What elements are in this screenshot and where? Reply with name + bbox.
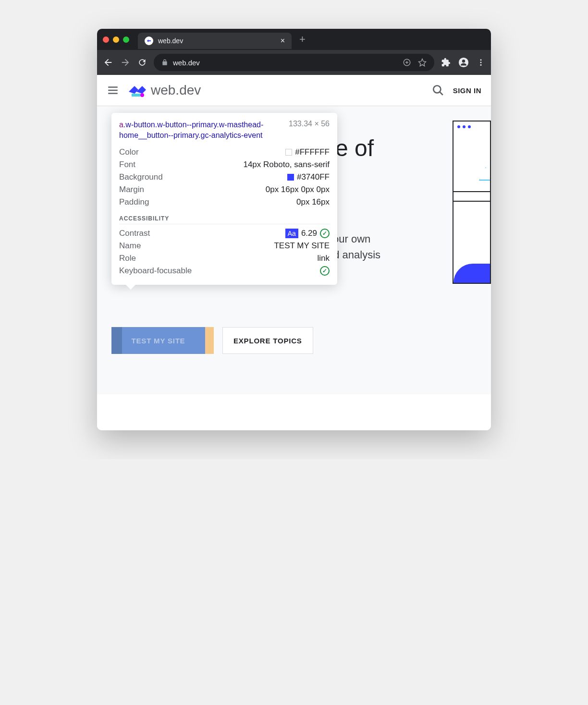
cta-row: TEST MY SITE EXPLORE TOPICS	[111, 327, 313, 354]
devtools-inspect-tooltip: a.w-button.w-button--primary.w-masthead-…	[111, 113, 337, 285]
tt-color-label: Color	[119, 147, 139, 157]
tt-name-label: Name	[119, 241, 141, 251]
hero-illustration	[453, 121, 491, 284]
new-tab-button[interactable]: +	[299, 33, 306, 46]
window-min-dot[interactable]	[113, 36, 119, 43]
browser-window: web.dev × + web.dev	[97, 29, 491, 430]
extensions-icon[interactable]	[441, 58, 451, 67]
tt-bg-label: Background	[119, 172, 163, 182]
lock-icon	[161, 59, 168, 66]
tooltip-class: .w-button.w-button--primary.w-masthead-h…	[119, 121, 263, 139]
svg-point-3	[480, 59, 482, 61]
check-icon: ✓	[320, 229, 330, 238]
tooltip-dimensions: 133.34 × 56	[289, 120, 330, 128]
svg-point-2	[462, 60, 465, 62]
tabstrip: web.dev × +	[97, 29, 491, 50]
tt-color-value: #FFFFFF	[295, 147, 330, 157]
tt-font-label: Font	[119, 160, 135, 170]
traffic-lights	[103, 36, 129, 43]
svg-point-4	[480, 62, 482, 63]
tab-title: web.dev	[158, 37, 276, 45]
test-my-site-button[interactable]: TEST MY SITE	[111, 327, 205, 354]
tt-role-label: Role	[119, 254, 136, 263]
tt-bg-value: #3740FF	[297, 172, 330, 182]
star-icon[interactable]	[418, 58, 427, 67]
hamburger-icon[interactable]	[107, 84, 119, 97]
svg-point-7	[140, 93, 144, 97]
page-content: web.dev SIGN IN re of your own nd analys…	[97, 75, 491, 430]
color-swatch-white	[285, 149, 292, 156]
favicon-icon	[145, 36, 153, 45]
window-close-dot[interactable]	[103, 36, 109, 43]
tt-font-value: 14px Roboto, sans-serif	[243, 160, 330, 170]
tt-margin-value: 0px 16px 0px 0px	[266, 185, 330, 194]
svg-point-5	[480, 64, 482, 66]
tt-name-value: TEST MY SITE	[274, 241, 330, 251]
toolbar-right-icons	[441, 57, 485, 68]
tt-role-value: link	[317, 254, 330, 263]
url-text: web.dev	[173, 59, 398, 67]
contrast-aa-badge: Aa	[285, 229, 298, 238]
tt-padding-label: Padding	[119, 197, 149, 207]
tt-margin-label: Margin	[119, 185, 144, 194]
tt-contrast-label: Contrast	[119, 229, 150, 238]
browser-tab[interactable]: web.dev ×	[138, 33, 292, 49]
browser-toolbar: web.dev	[97, 50, 491, 75]
logo-mark-icon	[128, 83, 147, 97]
address-bar[interactable]: web.dev	[154, 54, 434, 71]
tt-padding-value: 0px 16px	[296, 197, 330, 207]
hero-section: re of your own nd analysis TEST MY SITE …	[97, 106, 491, 394]
svg-rect-6	[132, 94, 140, 97]
tt-contrast-value: 6.29	[301, 229, 317, 238]
svg-point-8	[433, 85, 441, 93]
window-max-dot[interactable]	[123, 36, 129, 43]
add-circle-icon[interactable]	[403, 58, 411, 67]
hero-body-fragment: your own nd analysis	[328, 231, 462, 263]
site-logo[interactable]: web.dev	[128, 83, 201, 98]
forward-button[interactable]	[120, 57, 131, 68]
tt-accessibility-header: ACCESSIBILITY	[119, 215, 330, 224]
browser-chrome: web.dev × + web.dev	[97, 29, 491, 75]
search-icon[interactable]	[432, 84, 444, 97]
back-button[interactable]	[103, 57, 113, 68]
tab-close-icon[interactable]: ×	[281, 36, 285, 45]
check-icon: ✓	[320, 266, 330, 276]
kebab-menu-icon[interactable]	[477, 58, 485, 67]
tooltip-tag: a	[119, 121, 123, 129]
explore-topics-button[interactable]: EXPLORE TOPICS	[222, 327, 313, 354]
color-swatch-blue	[287, 174, 294, 181]
logo-text: web.dev	[151, 83, 201, 98]
signin-button[interactable]: SIGN IN	[453, 86, 481, 95]
profile-icon[interactable]	[458, 57, 469, 68]
site-header: web.dev SIGN IN	[97, 75, 491, 106]
reload-button[interactable]	[137, 58, 147, 67]
tt-kb-label: Keyboard-focusable	[119, 266, 192, 276]
tooltip-selector: a.w-button.w-button--primary.w-masthead-…	[119, 120, 283, 141]
